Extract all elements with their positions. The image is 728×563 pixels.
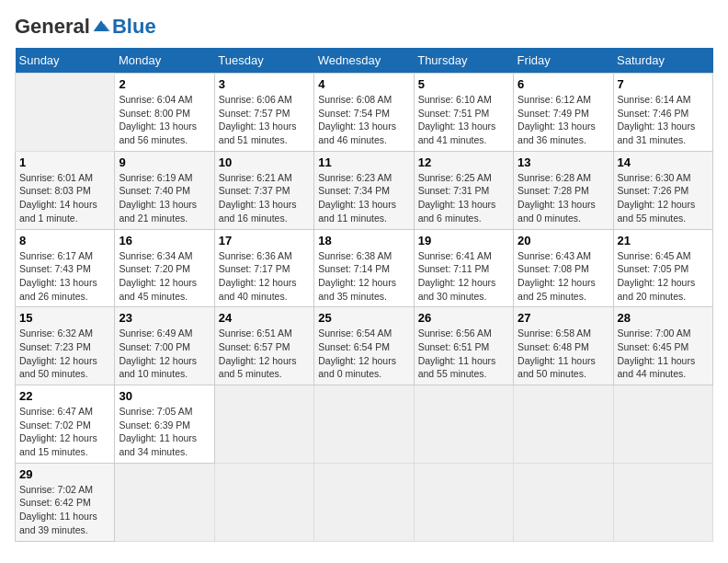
day-number: 18 — [318, 234, 409, 247]
calendar-day-29: 29Sunrise: 7:02 AMSunset: 6:42 PMDayligh… — [16, 463, 115, 541]
calendar-week-row-3: 15Sunrise: 6:32 AMSunset: 7:23 PMDayligh… — [16, 307, 713, 385]
day-number: 29 — [19, 467, 110, 481]
empty-cell — [613, 385, 712, 464]
day-info: Sunrise: 6:38 AMSunset: 7:14 PMDaylight:… — [318, 250, 396, 302]
day-info: Sunrise: 6:10 AMSunset: 7:51 PMDaylight:… — [418, 94, 496, 145]
empty-cell — [414, 385, 513, 464]
calendar-day-14: 14Sunrise: 6:30 AMSunset: 7:26 PMDayligh… — [613, 151, 712, 229]
calendar-day-21: 21Sunrise: 6:45 AMSunset: 7:05 PMDayligh… — [613, 229, 712, 307]
day-number: 7 — [618, 77, 709, 91]
calendar-day-10: 10Sunrise: 6:21 AMSunset: 7:37 PMDayligh… — [214, 151, 313, 229]
day-number: 17 — [219, 234, 310, 247]
empty-cell — [214, 463, 313, 541]
calendar-week-row-1: 1Sunrise: 6:01 AMSunset: 8:03 PMDaylight… — [16, 151, 713, 229]
empty-cell — [414, 463, 513, 541]
day-number: 11 — [318, 155, 409, 169]
day-number: 9 — [119, 155, 210, 169]
day-info: Sunrise: 6:01 AMSunset: 8:03 PMDaylight:… — [19, 172, 97, 224]
day-info: Sunrise: 6:19 AMSunset: 7:40 PMDaylight:… — [119, 172, 197, 224]
day-info: Sunrise: 6:43 AMSunset: 7:08 PMDaylight:… — [518, 250, 596, 302]
day-info: Sunrise: 6:21 AMSunset: 7:37 PMDaylight:… — [219, 172, 297, 224]
logo-icon — [92, 17, 110, 36]
day-info: Sunrise: 6:30 AMSunset: 7:26 PMDaylight:… — [618, 172, 696, 224]
day-info: Sunrise: 6:47 AMSunset: 7:02 PMDaylight:… — [19, 406, 97, 457]
empty-cell — [514, 463, 613, 541]
calendar-day-7: 7Sunrise: 6:14 AMSunset: 7:46 PMDaylight… — [613, 74, 712, 152]
day-info: Sunrise: 6:04 AMSunset: 8:00 PMDaylight:… — [119, 94, 197, 145]
calendar-day-20: 20Sunrise: 6:43 AMSunset: 7:08 PMDayligh… — [514, 229, 613, 307]
calendar-day-15: 15Sunrise: 6:32 AMSunset: 7:23 PMDayligh… — [16, 307, 115, 385]
calendar-week-row-2: 8Sunrise: 6:17 AMSunset: 7:43 PMDaylight… — [16, 229, 713, 307]
day-number: 26 — [418, 311, 509, 325]
weekday-header-sunday: Sunday — [16, 48, 115, 74]
day-info: Sunrise: 6:25 AMSunset: 7:31 PMDaylight:… — [418, 172, 496, 224]
day-number: 30 — [119, 389, 210, 403]
day-number: 13 — [518, 155, 609, 169]
empty-cell — [314, 385, 414, 464]
calendar-table: SundayMondayTuesdayWednesdayThursdayFrid… — [15, 48, 713, 542]
day-info: Sunrise: 7:02 AMSunset: 6:42 PMDaylight:… — [19, 484, 97, 535]
day-number: 10 — [219, 155, 310, 169]
day-number: 24 — [219, 311, 310, 325]
weekday-header-monday: Monday — [115, 48, 214, 74]
day-number: 28 — [618, 311, 709, 325]
calendar-day-5: 5Sunrise: 6:10 AMSunset: 7:51 PMDaylight… — [414, 74, 513, 152]
empty-cell — [314, 463, 414, 541]
day-info: Sunrise: 6:54 AMSunset: 6:54 PMDaylight:… — [318, 327, 396, 379]
day-number: 15 — [19, 311, 110, 325]
calendar-day-16: 16Sunrise: 6:34 AMSunset: 7:20 PMDayligh… — [115, 229, 214, 307]
weekday-header-saturday: Saturday — [613, 48, 712, 74]
calendar-day-19: 19Sunrise: 6:41 AMSunset: 7:11 PMDayligh… — [414, 229, 513, 307]
day-info: Sunrise: 6:49 AMSunset: 7:00 PMDaylight:… — [119, 327, 197, 379]
day-number: 2 — [119, 77, 210, 91]
day-number: 22 — [19, 389, 110, 403]
day-number: 4 — [318, 77, 409, 91]
day-number: 14 — [618, 155, 709, 169]
day-number: 20 — [518, 234, 609, 247]
calendar-day-24: 24Sunrise: 6:51 AMSunset: 6:57 PMDayligh… — [214, 307, 313, 385]
calendar-day-6: 6Sunrise: 6:12 AMSunset: 7:49 PMDaylight… — [514, 74, 613, 152]
calendar-day-30: 30Sunrise: 7:05 AMSunset: 6:39 PMDayligh… — [115, 385, 214, 464]
calendar-week-row-5: 29Sunrise: 7:02 AMSunset: 6:42 PMDayligh… — [16, 463, 713, 541]
calendar-day-23: 23Sunrise: 6:49 AMSunset: 7:00 PMDayligh… — [115, 307, 214, 385]
day-info: Sunrise: 6:45 AMSunset: 7:05 PMDaylight:… — [618, 250, 696, 302]
weekday-header-row: SundayMondayTuesdayWednesdayThursdayFrid… — [16, 48, 713, 74]
empty-cell — [16, 74, 115, 152]
calendar-day-26: 26Sunrise: 6:56 AMSunset: 6:51 PMDayligh… — [414, 307, 513, 385]
weekday-header-tuesday: Tuesday — [214, 48, 313, 74]
calendar-day-28: 28Sunrise: 7:00 AMSunset: 6:45 PMDayligh… — [613, 307, 712, 385]
day-info: Sunrise: 6:34 AMSunset: 7:20 PMDaylight:… — [119, 250, 197, 302]
calendar-day-18: 18Sunrise: 6:38 AMSunset: 7:14 PMDayligh… — [314, 229, 414, 307]
day-number: 27 — [518, 311, 609, 325]
day-info: Sunrise: 6:23 AMSunset: 7:34 PMDaylight:… — [318, 172, 396, 224]
calendar-day-17: 17Sunrise: 6:36 AMSunset: 7:17 PMDayligh… — [214, 229, 313, 307]
day-number: 5 — [418, 77, 509, 91]
day-info: Sunrise: 7:05 AMSunset: 6:39 PMDaylight:… — [119, 406, 197, 457]
day-info: Sunrise: 6:51 AMSunset: 6:57 PMDaylight:… — [219, 327, 297, 379]
day-number: 6 — [518, 77, 609, 91]
day-info: Sunrise: 6:14 AMSunset: 7:46 PMDaylight:… — [618, 94, 696, 145]
day-info: Sunrise: 7:00 AMSunset: 6:45 PMDaylight:… — [618, 327, 696, 379]
empty-cell — [613, 463, 712, 541]
calendar-day-12: 12Sunrise: 6:25 AMSunset: 7:31 PMDayligh… — [414, 151, 513, 229]
day-number: 21 — [618, 234, 709, 247]
weekday-header-friday: Friday — [514, 48, 613, 74]
calendar-day-3: 3Sunrise: 6:06 AMSunset: 7:57 PMDaylight… — [214, 74, 313, 152]
day-number: 8 — [19, 234, 110, 247]
day-info: Sunrise: 6:08 AMSunset: 7:54 PMDaylight:… — [318, 94, 396, 145]
page-header: General Blue — [15, 15, 713, 39]
calendar-day-27: 27Sunrise: 6:58 AMSunset: 6:48 PMDayligh… — [514, 307, 613, 385]
logo: General Blue — [15, 15, 156, 39]
empty-cell — [514, 385, 613, 464]
empty-cell — [115, 463, 214, 541]
calendar-day-4: 4Sunrise: 6:08 AMSunset: 7:54 PMDaylight… — [314, 74, 414, 152]
day-info: Sunrise: 6:36 AMSunset: 7:17 PMDaylight:… — [219, 250, 297, 302]
day-info: Sunrise: 6:12 AMSunset: 7:49 PMDaylight:… — [518, 94, 596, 145]
day-info: Sunrise: 6:28 AMSunset: 7:28 PMDaylight:… — [518, 172, 596, 224]
day-info: Sunrise: 6:58 AMSunset: 6:48 PMDaylight:… — [518, 327, 596, 379]
calendar-day-8: 8Sunrise: 6:17 AMSunset: 7:43 PMDaylight… — [16, 229, 115, 307]
logo-blue: Blue — [112, 15, 156, 39]
day-number: 1 — [19, 155, 110, 169]
day-info: Sunrise: 6:17 AMSunset: 7:43 PMDaylight:… — [19, 250, 97, 302]
logo-general: General — [15, 15, 90, 39]
